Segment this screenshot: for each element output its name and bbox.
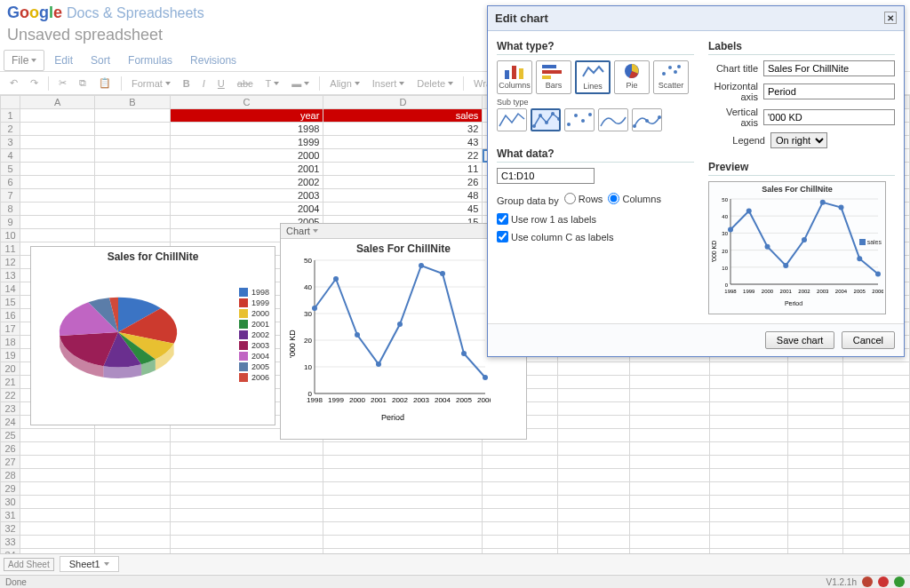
menu-formulas[interactable]: Formulas bbox=[120, 50, 180, 71]
cell[interactable] bbox=[557, 536, 629, 549]
cell[interactable] bbox=[843, 469, 910, 482]
row-header[interactable]: 14 bbox=[1, 282, 20, 296]
chart-type-bars[interactable]: Bars bbox=[536, 60, 571, 94]
cell[interactable] bbox=[787, 482, 842, 496]
cell[interactable] bbox=[20, 136, 95, 149]
cell[interactable] bbox=[483, 536, 557, 549]
cell[interactable] bbox=[629, 362, 710, 376]
menu-file[interactable]: File bbox=[4, 50, 44, 71]
subtype-option[interactable] bbox=[531, 108, 561, 131]
cell[interactable] bbox=[557, 509, 629, 522]
cell[interactable] bbox=[710, 429, 787, 442]
sheet-tab[interactable]: Sheet1 bbox=[60, 556, 119, 572]
cell[interactable] bbox=[95, 203, 170, 216]
cell[interactable] bbox=[557, 416, 629, 429]
row-header[interactable]: 25 bbox=[1, 429, 20, 442]
cell[interactable] bbox=[483, 522, 557, 536]
cell[interactable] bbox=[843, 456, 910, 469]
cell[interactable] bbox=[843, 402, 910, 416]
row-header[interactable]: 31 bbox=[1, 509, 20, 522]
row-header[interactable]: 2 bbox=[1, 123, 20, 136]
cell[interactable] bbox=[20, 176, 95, 189]
cell[interactable] bbox=[20, 482, 95, 496]
insert-menu[interactable]: Insert bbox=[368, 75, 410, 91]
cell[interactable] bbox=[557, 469, 629, 482]
cell[interactable] bbox=[20, 229, 95, 242]
cell[interactable] bbox=[557, 376, 629, 389]
chart-type-pie[interactable]: Pie bbox=[614, 60, 650, 94]
cell[interactable] bbox=[843, 482, 910, 496]
cell[interactable] bbox=[787, 362, 842, 376]
cell[interactable] bbox=[483, 509, 557, 522]
subtype-option[interactable] bbox=[497, 108, 527, 131]
cell[interactable] bbox=[95, 429, 170, 442]
cell[interactable] bbox=[557, 522, 629, 536]
cell[interactable] bbox=[323, 442, 483, 456]
cell[interactable]: year bbox=[170, 109, 323, 123]
cell[interactable]: 26 bbox=[323, 176, 483, 189]
cell[interactable] bbox=[629, 456, 710, 469]
cell[interactable]: 32 bbox=[323, 123, 483, 136]
close-button[interactable]: ✕ bbox=[884, 12, 897, 24]
cell[interactable] bbox=[557, 482, 629, 496]
cell[interactable] bbox=[20, 109, 95, 123]
row-header[interactable]: 30 bbox=[1, 496, 20, 509]
cell[interactable] bbox=[557, 362, 629, 376]
use-row1-checkbox[interactable]: Use row 1 as labels bbox=[497, 213, 596, 225]
cell[interactable] bbox=[323, 456, 483, 469]
cell[interactable] bbox=[483, 496, 557, 509]
cell[interactable] bbox=[787, 536, 842, 549]
cancel-button[interactable]: Cancel bbox=[842, 331, 895, 349]
cell[interactable] bbox=[843, 362, 910, 376]
cell[interactable] bbox=[323, 536, 483, 549]
cell[interactable] bbox=[20, 496, 95, 509]
cell[interactable] bbox=[710, 442, 787, 456]
cell[interactable] bbox=[20, 216, 95, 229]
delete-menu[interactable]: Delete bbox=[412, 75, 458, 91]
row-header[interactable]: 9 bbox=[1, 216, 20, 229]
cell[interactable] bbox=[787, 416, 842, 429]
cell[interactable] bbox=[710, 469, 787, 482]
cell[interactable]: 2004 bbox=[170, 203, 323, 216]
cut-button[interactable]: ✂ bbox=[54, 75, 71, 91]
cell[interactable] bbox=[20, 442, 95, 456]
cell[interactable] bbox=[20, 469, 95, 482]
chart-title-input[interactable] bbox=[763, 60, 895, 76]
cell[interactable] bbox=[170, 442, 323, 456]
chart-type-lines[interactable]: Lines bbox=[575, 60, 611, 94]
row-header[interactable]: 4 bbox=[1, 149, 20, 163]
cell[interactable] bbox=[95, 442, 170, 456]
cell[interactable]: 48 bbox=[323, 189, 483, 203]
cell[interactable] bbox=[95, 522, 170, 536]
menu-sort[interactable]: Sort bbox=[83, 50, 118, 71]
menu-revisions[interactable]: Revisions bbox=[182, 50, 244, 71]
cell[interactable] bbox=[20, 456, 95, 469]
cell[interactable] bbox=[629, 416, 710, 429]
cell[interactable] bbox=[557, 496, 629, 509]
cell[interactable] bbox=[787, 469, 842, 482]
subtype-option[interactable] bbox=[598, 108, 628, 131]
cell[interactable] bbox=[843, 429, 910, 442]
row-header[interactable]: 23 bbox=[1, 402, 20, 416]
cell[interactable] bbox=[629, 522, 710, 536]
row-header[interactable]: 16 bbox=[1, 309, 20, 322]
cell[interactable] bbox=[323, 509, 483, 522]
subtype-option[interactable] bbox=[632, 108, 662, 131]
row-header[interactable]: 15 bbox=[1, 296, 20, 309]
font-color-button[interactable]: T bbox=[261, 75, 284, 91]
cell[interactable] bbox=[170, 469, 323, 482]
cell[interactable] bbox=[843, 536, 910, 549]
row-header[interactable]: 11 bbox=[1, 242, 20, 256]
row-header[interactable]: 1 bbox=[1, 109, 20, 123]
cell[interactable] bbox=[170, 536, 323, 549]
cell[interactable] bbox=[170, 456, 323, 469]
cell[interactable]: 22 bbox=[323, 149, 483, 163]
vertical-axis-input[interactable] bbox=[763, 109, 895, 125]
row-header[interactable]: 6 bbox=[1, 176, 20, 189]
cell[interactable] bbox=[95, 216, 170, 229]
horizontal-axis-input[interactable] bbox=[763, 83, 895, 99]
cell[interactable] bbox=[843, 496, 910, 509]
cell[interactable] bbox=[710, 362, 787, 376]
cell[interactable] bbox=[787, 509, 842, 522]
cell[interactable] bbox=[20, 522, 95, 536]
